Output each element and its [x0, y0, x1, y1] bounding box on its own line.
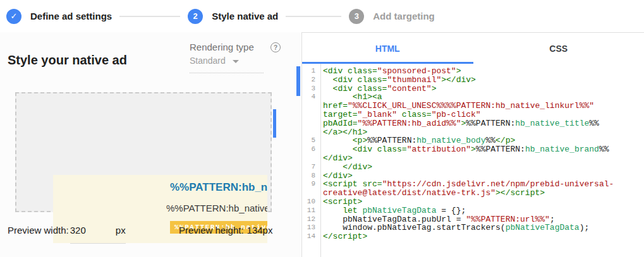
code-line-text: <script src="https://cdn.jsdelivr.net/np… [320, 180, 614, 189]
stepper-connector [286, 16, 341, 17]
code-token: href= [323, 101, 348, 111]
code-token: > [456, 66, 461, 76]
code-token: "_blank" [358, 110, 397, 119]
code-line: href="%%CLICK_URL_UNESC%%%%PATTERN:hb_na… [302, 102, 644, 111]
line-number: 3 [302, 85, 320, 93]
preview-width-row: Preview width: 320 px [8, 225, 126, 244]
preview-width-unit: px [116, 225, 126, 236]
code-line-text: </div> [320, 154, 353, 163]
code-line-text: <div class="attribution">%%PATTERN:hb_na… [320, 145, 609, 154]
stepper-step-label: Style native ad [212, 11, 278, 21]
code-line: 2 <div class="thumbnail"></div> [302, 76, 644, 85]
line-number: 9 [302, 180, 320, 189]
step-number: 3 [349, 9, 364, 24]
stepper-connector [119, 16, 180, 17]
preview-scrollbar[interactable] [273, 109, 276, 138]
tab-label: CSS [549, 44, 568, 54]
code-line: 5 <p>%%PATTERN:hb_native_body%%</p> [302, 136, 644, 145]
code-token: ></div> [441, 75, 476, 85]
check-icon: ✓ [6, 9, 21, 24]
code-token: "%%PATTERN:url%%" [466, 215, 550, 224]
preview-height-value: 134px [247, 225, 273, 236]
code-token: "https://cdn.jsdelivr.net/npm/prebid-uni… [382, 179, 614, 189]
code-token: "thumbnail" [387, 75, 441, 85]
stepper-step-style-native-ad[interactable]: 2Style native ad [188, 9, 278, 24]
tab-html[interactable]: HTML [302, 33, 473, 64]
code-line-text: pbNativeTagData.pubUrl = "%%PATTERN:url%… [320, 215, 555, 224]
preview-height-label: Preview height: [179, 225, 244, 236]
code-token: class= [402, 110, 432, 119]
left-pane-scrollbar[interactable] [296, 66, 300, 96]
code-token [323, 84, 333, 93]
code-token: </p> [495, 136, 515, 145]
code-editor-panel: HTMLCSS 1<div class="sponsored-post">2 <… [301, 32, 644, 257]
code-line: 6 <div class="attribution">%%PATTERN:hb_… [302, 145, 644, 154]
code-line: 14</script> [302, 232, 644, 241]
stepper-step-label: Add targeting [373, 11, 435, 21]
code-token: hb_native_title [515, 119, 589, 128]
ad-preview-area: %%PATTERN:hb_native_title%% %%PATTERN:hb… [15, 92, 272, 212]
code-token: %%PATTERN: [367, 136, 416, 145]
tab-css[interactable]: CSS [473, 33, 644, 64]
rendering-type-value: Standard [190, 56, 226, 66]
code-token: pbNativeTagData.pubUrl = [323, 215, 466, 224]
code-token: <div class= [323, 66, 377, 76]
code-line: 9<script src="https://cdn.jsdelivr.net/n… [302, 180, 644, 189]
stepper-step-label: Define ad settings [30, 11, 112, 21]
stepper-step-define-ad-settings[interactable]: ✓Define ad settings [6, 9, 112, 24]
code-token: </script> [323, 232, 367, 241]
code-token [323, 75, 333, 85]
code-token: %% [589, 119, 599, 128]
line-number: 6 [302, 145, 320, 154]
code-line-text: let pbNativeTagData = {}; [320, 206, 466, 215]
chevron-down-icon [233, 60, 239, 63]
code-line-text: </div> [320, 163, 372, 172]
code-token: %%PATTERN: [466, 119, 515, 128]
code-token: <p> [353, 136, 367, 145]
stepper-step-add-targeting[interactable]: 3Add targeting [349, 9, 435, 24]
line-number [302, 154, 320, 163]
code-line-text: pbAdId="%%PATTERN:hb_adid%%">%%PATTERN:h… [320, 119, 599, 128]
code-token: let [343, 206, 357, 215]
code-token: "%%PATTERN:hb_adid%%" [358, 119, 461, 128]
code-token: </div> [343, 162, 372, 172]
code-line: 4 <h1><a [302, 93, 644, 102]
code-line: 10<script> [302, 198, 644, 206]
tab-label: HTML [375, 44, 400, 54]
code-line: 3 <div class="content"> [302, 85, 644, 93]
rendering-type-label: Rendering type [190, 42, 254, 52]
stepper: ✓Define ad settings2Style native ad3Add … [0, 0, 644, 32]
line-number: 8 [302, 172, 320, 181]
rendering-type-underline [190, 73, 264, 73]
code-token: target= [323, 110, 358, 119]
preview-height-row: Preview height: 134px [179, 225, 272, 236]
line-number: 7 [302, 163, 320, 172]
code-line: target="_blank" class="pb-click" [302, 111, 644, 119]
line-number [302, 119, 320, 128]
code-token: "attribution" [407, 145, 471, 154]
code-editor[interactable]: 1<div class="sponsored-post">2 <div clas… [302, 64, 644, 257]
rendering-type-select[interactable]: Standard [190, 56, 239, 66]
code-token: "sponsored-post" [377, 66, 456, 76]
code-token: hb_native_brand [525, 145, 599, 154]
code-token: > [471, 145, 476, 154]
help-icon[interactable]: ? [270, 42, 281, 52]
preview-width-input[interactable]: 320 px [70, 225, 126, 244]
code-line-text: <div class="content"> [320, 85, 436, 93]
code-token: ; [550, 215, 555, 224]
code-token: "%%CLICK_URL_UNESC%%%%PATTERN:hb_native_… [348, 101, 594, 111]
page-title: Style your native ad [8, 53, 127, 68]
code-token: creative@latest/dist/native-trk.js" [323, 188, 495, 198]
preview-body: %%PATTERN:hb_native_body%% [166, 203, 267, 213]
line-number: 14 [302, 232, 320, 241]
step-number: 2 [188, 9, 203, 24]
code-line: pbAdId="%%PATTERN:hb_adid%%">%%PATTERN:h… [302, 119, 644, 128]
preview-width-value: 320 [70, 225, 86, 236]
preview-title: %%PATTERN:hb_native_title%% [170, 181, 267, 194]
code-token: <h1><a [353, 92, 382, 102]
code-token: ></script> [495, 188, 545, 198]
code-token: <script> [323, 197, 362, 206]
line-number [302, 128, 320, 137]
line-number: 1 [302, 67, 320, 76]
line-number: 2 [302, 76, 320, 85]
